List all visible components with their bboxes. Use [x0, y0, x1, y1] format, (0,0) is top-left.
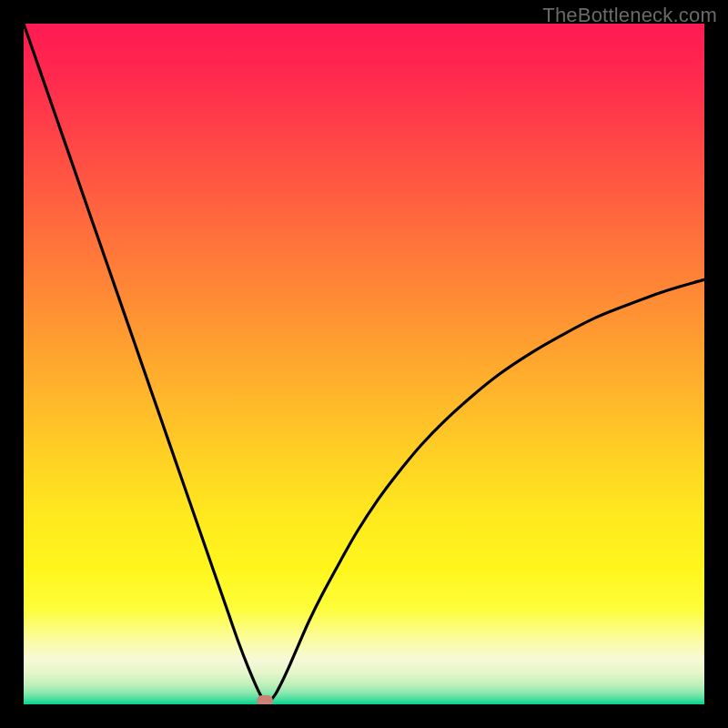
- curve-path: [24, 24, 704, 703]
- bottleneck-curve: [24, 24, 704, 704]
- plot-area: [24, 24, 704, 704]
- minimum-marker: [257, 695, 273, 704]
- chart-frame: TheBottleneck.com: [0, 0, 728, 728]
